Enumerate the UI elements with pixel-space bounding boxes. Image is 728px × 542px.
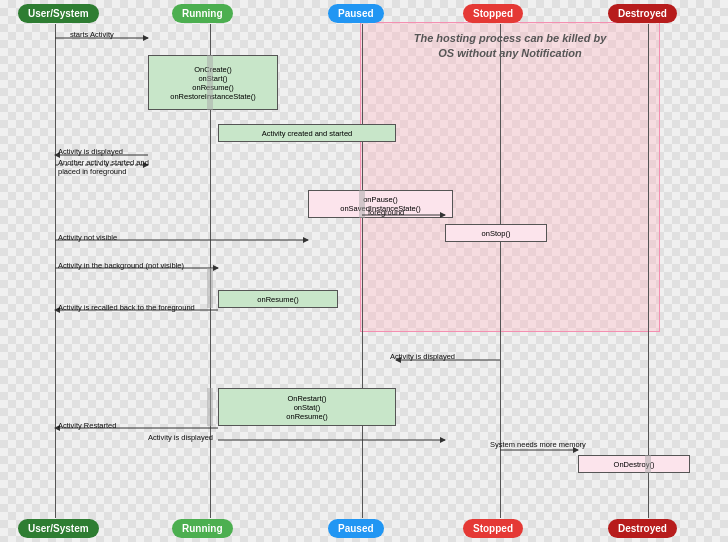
label-system-memory: Activity is displayed: [148, 433, 213, 442]
label-another-activity: Another activity started and placed in f…: [58, 158, 153, 176]
label-activity-displayed-2: Activity is recalled back to the foregro…: [58, 303, 195, 312]
diagram-container: The hosting process can be killed by OS …: [0, 0, 728, 542]
pill-running-bot: Running: [172, 519, 233, 538]
label-recalled: Activity in the background (not visible): [58, 261, 184, 270]
pill-destroyed-top: Destroyed: [608, 4, 677, 23]
label-activity-displayed-1: Activity is displayed: [58, 147, 123, 156]
pill-paused-bot: Paused: [328, 519, 384, 538]
box-onrestart: OnRestart()onStat()onResume(): [218, 388, 396, 426]
box-oncreate: OnCreate()onStart()onResume()onRestoreIn…: [148, 55, 278, 110]
lifeline-destroyed: [648, 24, 649, 518]
hosting-text: The hosting process can be killed by OS …: [361, 23, 659, 70]
box-onstop: onStop(): [445, 224, 547, 242]
pill-stopped-top: Stopped: [463, 4, 523, 23]
lifeline-paused: [362, 24, 363, 518]
box-activity-created: Activity created and started: [218, 124, 396, 142]
label-activity-destroyed: System needs more memory: [490, 440, 586, 449]
label-starts: starts Activity: [70, 30, 114, 39]
pill-user-system-top: User/System: [18, 4, 99, 23]
label-background: Activity not visible: [58, 233, 117, 242]
pill-paused-top: Paused: [328, 4, 384, 23]
pill-user-system-bot: User/System: [18, 519, 99, 538]
pink-region: The hosting process can be killed by OS …: [360, 22, 660, 332]
lifeline-user: [55, 24, 56, 518]
box-ondestroy: OnDestroy(): [578, 455, 690, 473]
pill-running-top: Running: [172, 4, 233, 23]
pill-destroyed-bot: Destroyed: [608, 519, 677, 538]
pill-stopped-bot: Stopped: [463, 519, 523, 538]
label-not-visible: foreground: [368, 208, 404, 217]
label-activity-displayed-3: Activity Restarted: [58, 421, 116, 430]
label-activity-restarted: Activity is displayed: [390, 352, 455, 361]
box-onresume: onResume(): [218, 290, 338, 308]
